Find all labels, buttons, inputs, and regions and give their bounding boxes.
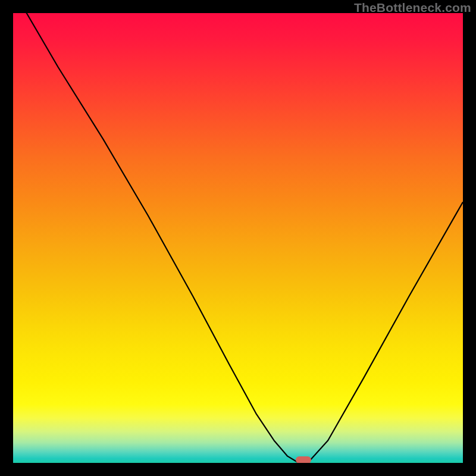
chart-frame: TheBottleneck.com <box>0 0 476 476</box>
plot-area <box>13 13 463 463</box>
bottleneck-curve-svg <box>13 13 463 463</box>
min-marker <box>296 456 311 463</box>
bottleneck-curve <box>13 13 463 463</box>
